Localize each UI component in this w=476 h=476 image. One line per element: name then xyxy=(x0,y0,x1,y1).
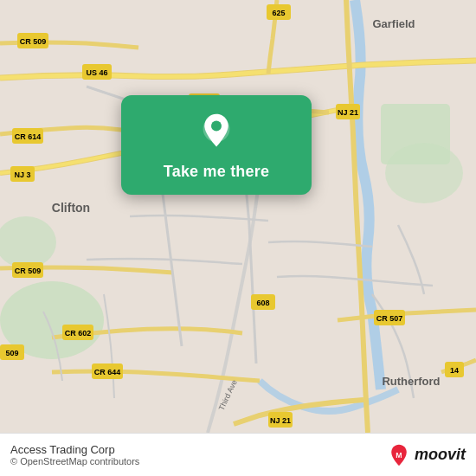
location-name: Access Trading Corp xyxy=(10,443,387,456)
svg-text:NJ 21: NJ 21 xyxy=(270,416,291,425)
svg-text:Rutherford: Rutherford xyxy=(382,375,440,388)
popup-card: Take me there xyxy=(121,95,312,195)
moovit-text: moovit xyxy=(415,446,466,464)
svg-text:CR 614: CR 614 xyxy=(15,132,42,141)
svg-text:CR 509: CR 509 xyxy=(20,37,47,46)
svg-point-4 xyxy=(385,143,463,203)
svg-text:NJ 21: NJ 21 xyxy=(338,108,358,117)
svg-text:625: 625 xyxy=(272,9,285,17)
take-me-there-button[interactable]: Take me there xyxy=(164,163,269,181)
bottom-bar: Access Trading Corp © OpenStreetMap cont… xyxy=(0,433,476,476)
svg-text:CR 644: CR 644 xyxy=(94,368,121,376)
svg-text:608: 608 xyxy=(256,299,269,307)
moovit-logo-icon: M xyxy=(387,443,411,467)
svg-text:509: 509 xyxy=(5,349,18,357)
svg-text:NJ 3: NJ 3 xyxy=(14,170,30,179)
openstreetmap-credit: © OpenStreetMap contributors xyxy=(10,456,387,466)
svg-text:Garfield: Garfield xyxy=(372,17,415,30)
map-background: CR 509 US 46 CR 614 CR 618 NJ 3 NJ 21 62… xyxy=(0,0,476,433)
svg-text:14: 14 xyxy=(450,366,459,375)
svg-text:CR 507: CR 507 xyxy=(376,314,403,323)
svg-text:Clifton: Clifton xyxy=(52,201,90,215)
svg-point-40 xyxy=(211,120,222,131)
map-container: CR 509 US 46 CR 614 CR 618 NJ 3 NJ 21 62… xyxy=(0,0,476,433)
credit-text: © OpenStreetMap contributors xyxy=(10,456,139,466)
moovit-logo: M moovit xyxy=(387,443,466,467)
svg-text:M: M xyxy=(396,450,402,459)
location-pin-icon xyxy=(196,113,237,154)
svg-text:US 46: US 46 xyxy=(86,68,107,77)
svg-text:CR 509: CR 509 xyxy=(15,267,42,275)
bottom-info: Access Trading Corp © OpenStreetMap cont… xyxy=(10,443,387,466)
svg-text:CR 602: CR 602 xyxy=(65,329,92,338)
